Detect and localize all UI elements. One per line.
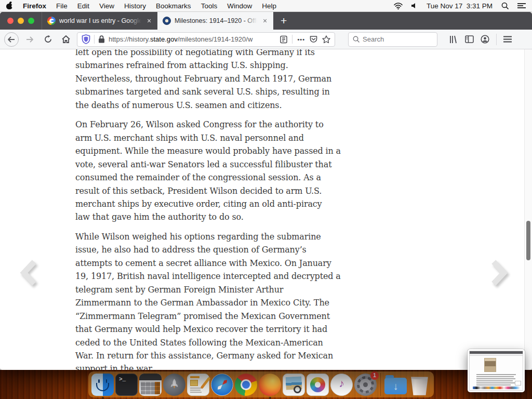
reload-button[interactable] <box>41 32 55 47</box>
sidebar-toggle-icon[interactable] <box>465 35 474 43</box>
dock: >_♪1↓ <box>88 371 434 397</box>
app-menu-hamburger-icon[interactable] <box>503 36 512 43</box>
lock-icon[interactable] <box>98 35 105 43</box>
state-department-seal-icon <box>163 17 171 25</box>
google-favicon-icon <box>47 17 56 25</box>
dock-terminal-icon[interactable]: >_ <box>115 374 138 396</box>
dock-downloads-icon[interactable]: ↓ <box>384 374 407 396</box>
menu-bar-clock[interactable]: Tue Nov 17 3:31 PM <box>427 2 493 10</box>
menu-item-edit[interactable]: Edit <box>77 2 89 10</box>
article-paragraph: On February 26, Wilson asked Congress fo… <box>75 118 321 224</box>
article-paragraph: While Wilson weighed his options regardi… <box>75 230 321 370</box>
search-bar[interactable] <box>348 32 437 47</box>
screenshot-preview-content <box>469 351 523 391</box>
dock-calculator-icon[interactable] <box>139 374 162 396</box>
dock-pages-icon[interactable] <box>187 374 209 396</box>
mini-dock <box>473 387 520 389</box>
tab-close-icon[interactable]: × <box>261 17 269 24</box>
reader-mode-icon[interactable] <box>280 36 287 43</box>
screenshot-preview-thumbnail[interactable] <box>468 349 525 392</box>
tab-close-icon[interactable]: × <box>145 17 153 24</box>
page-content: left open the possibility of negotiating… <box>0 49 532 370</box>
menu-item-history[interactable]: History <box>124 2 146 10</box>
page-actions-icon[interactable]: ••• <box>297 36 305 43</box>
back-button[interactable] <box>4 32 19 47</box>
dock-trash-icon[interactable] <box>408 374 431 396</box>
dock-safari-icon[interactable] <box>211 374 233 396</box>
scrollbar-thumb[interactable] <box>526 221 530 260</box>
search-input[interactable] <box>363 35 420 43</box>
url-text[interactable]: https://history.state.gov/milestones/191… <box>109 35 276 43</box>
spotlight-search-icon[interactable] <box>501 2 509 9</box>
apple-menu-icon[interactable] <box>6 2 13 10</box>
menu-item-help[interactable]: Help <box>262 2 276 10</box>
pocket-icon[interactable] <box>310 35 317 43</box>
dock-chrome-icon[interactable] <box>235 374 257 396</box>
zoom-window-button[interactable] <box>28 18 34 24</box>
dock-preview-icon[interactable] <box>283 374 305 396</box>
tracking-protection-shield-icon[interactable] <box>82 34 90 44</box>
wifi-icon[interactable] <box>394 3 403 9</box>
menu-item-view[interactable]: View <box>99 2 114 10</box>
window-controls <box>0 12 42 30</box>
menu-item-window[interactable]: Window <box>227 2 252 10</box>
next-page-chevron[interactable] <box>491 261 509 285</box>
scrollbar-track[interactable] <box>524 49 532 370</box>
desktop-wallpaper: >_♪1↓ <box>0 370 532 399</box>
menu-item-file[interactable]: File <box>56 2 68 10</box>
navigation-toolbar: https://history.state.gov/milestones/191… <box>0 30 532 49</box>
article-paragraph: left open the possibility of negotiating… <box>75 49 321 112</box>
bookmark-star-icon[interactable] <box>322 35 330 43</box>
mini-portrait-image <box>484 358 496 372</box>
divider <box>94 35 95 44</box>
dock-launchpad-icon[interactable] <box>163 374 185 396</box>
tab-milestones-active[interactable]: Milestones: 1914–1920 - Office × <box>157 12 273 30</box>
new-tab-button[interactable]: + <box>273 13 294 29</box>
previous-page-chevron[interactable] <box>19 261 36 285</box>
dock-itunes-icon[interactable]: ♪ <box>330 374 353 396</box>
search-icon <box>353 36 360 43</box>
tab-title: Milestones: 1914–1920 - Office <box>175 17 257 24</box>
menu-item-tools[interactable]: Tools <box>201 2 218 10</box>
tab-bar: world war I us entry - Google Se × Miles… <box>0 12 532 30</box>
dock-separator <box>380 373 381 396</box>
divider <box>292 35 292 44</box>
tab-google-search[interactable]: world war I us entry - Google Se × <box>42 12 157 30</box>
account-icon[interactable] <box>481 35 489 44</box>
dock-firefox-icon[interactable] <box>259 374 281 396</box>
home-button[interactable] <box>59 32 73 47</box>
dock-finder-icon[interactable] <box>91 374 114 396</box>
macos-menu-bar: FirefoxFileEditViewHistoryBookmarksTools… <box>0 0 532 12</box>
close-window-button[interactable] <box>7 18 14 24</box>
article-text: left open the possibility of negotiating… <box>75 49 321 370</box>
volume-icon[interactable] <box>411 3 418 9</box>
library-icon[interactable] <box>449 35 458 44</box>
dock-photos-icon[interactable] <box>307 374 329 396</box>
firefox-window: world war I us entry - Google Se × Miles… <box>0 12 532 370</box>
notification-center-icon[interactable] <box>517 3 526 9</box>
tab-title: world war I us entry - Google Se <box>59 17 141 24</box>
menu-item-bookmarks[interactable]: Bookmarks <box>156 2 191 10</box>
notification-badge: 1 <box>370 371 379 380</box>
screen: FirefoxFileEditViewHistoryBookmarksTools… <box>0 0 532 399</box>
minimize-window-button[interactable] <box>18 18 24 24</box>
divider <box>496 34 497 45</box>
forward-button[interactable] <box>22 32 37 47</box>
menu-item-firefox[interactable]: Firefox <box>23 2 46 10</box>
dock-system-preferences-icon[interactable]: 1 <box>354 374 377 396</box>
url-bar[interactable]: https://history.state.gov/milestones/191… <box>77 32 335 47</box>
